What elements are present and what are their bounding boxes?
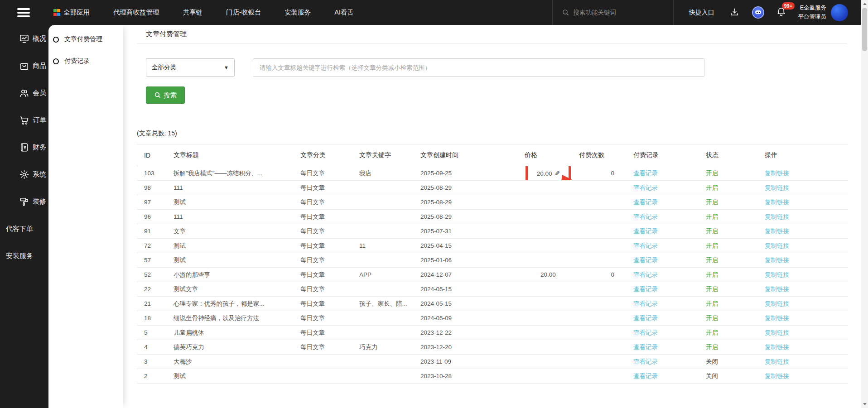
cell-keyword bbox=[352, 282, 413, 297]
sidebar-item-label: 概况 bbox=[33, 34, 46, 43]
view-record-link[interactable]: 查看记录 bbox=[633, 344, 658, 350]
search-button[interactable]: 搜索 bbox=[146, 86, 185, 104]
cell-pay-record: 查看记录 bbox=[626, 195, 699, 210]
nav-item-2[interactable]: 共享链 bbox=[183, 8, 203, 17]
copy-link-link[interactable]: 复制链接 bbox=[765, 373, 789, 379]
scrollbar-thumb[interactable] bbox=[862, 8, 867, 51]
copy-link-link[interactable]: 复制链接 bbox=[765, 344, 789, 350]
submenu-item-2[interactable]: 付费记录 bbox=[48, 50, 123, 72]
cell-pay-count bbox=[572, 181, 626, 195]
copy-link-link[interactable]: 复制链接 bbox=[765, 358, 789, 365]
status-badge[interactable]: 开启 bbox=[706, 286, 718, 293]
copy-link-link[interactable]: 复制链接 bbox=[765, 329, 789, 336]
cell-pay-count bbox=[572, 210, 626, 224]
view-record-link[interactable]: 查看记录 bbox=[633, 199, 658, 206]
cell-action: 复制链接 bbox=[757, 253, 848, 268]
status-badge[interactable]: 开启 bbox=[706, 199, 718, 206]
sidebar-item-label: 商品 bbox=[33, 62, 46, 70]
status-badge[interactable]: 开启 bbox=[706, 257, 718, 264]
sidebar-item-4[interactable]: 订单 bbox=[0, 106, 48, 134]
view-record-link[interactable]: 查看记录 bbox=[633, 170, 658, 177]
category-select[interactable]: 全部分类 ▼ bbox=[146, 58, 235, 77]
copy-link-link[interactable]: 复制链接 bbox=[765, 271, 789, 278]
sidebar-item-5[interactable]: 财务 bbox=[0, 134, 48, 161]
hamburger-menu-icon[interactable] bbox=[17, 8, 30, 17]
cell-created-time: 2025-01-06 bbox=[413, 253, 517, 268]
copy-link-link[interactable]: 复制链接 bbox=[765, 184, 789, 191]
copy-link-link[interactable]: 复制链接 bbox=[765, 199, 789, 206]
view-record-link[interactable]: 查看记录 bbox=[633, 329, 658, 336]
avatar[interactable] bbox=[831, 4, 848, 21]
scrollbar[interactable] bbox=[861, 0, 868, 408]
status-badge[interactable]: 开启 bbox=[706, 329, 718, 336]
cell-action: 复制链接 bbox=[757, 297, 848, 311]
sidebar-item-label: 系统 bbox=[33, 170, 46, 179]
notifications-bell[interactable]: 99+ bbox=[776, 6, 786, 19]
copy-link-link[interactable]: 复制链接 bbox=[765, 242, 789, 249]
user-info[interactable]: E企盈服务 平台管理员 bbox=[798, 4, 827, 21]
copy-link-link[interactable]: 复制链接 bbox=[765, 213, 789, 220]
status-badge[interactable]: 开启 bbox=[706, 344, 718, 350]
cell-pay-record: 查看记录 bbox=[626, 355, 699, 369]
sidebar-item-9[interactable]: 安装服务 bbox=[0, 242, 48, 269]
view-record-link[interactable]: 查看记录 bbox=[633, 184, 658, 191]
copy-link-link[interactable]: 复制链接 bbox=[765, 286, 789, 293]
table-row: 22测试文章每日文章2024-05-15查看记录开启复制链接 bbox=[137, 282, 848, 297]
view-record-link[interactable]: 查看记录 bbox=[633, 358, 658, 365]
navbar-search-placeholder: 搜索功能关键词 bbox=[574, 9, 617, 17]
cell-pay-count bbox=[572, 326, 626, 340]
sidebar-item-1[interactable]: 概况 bbox=[0, 25, 48, 52]
quick-entry-link[interactable]: 快捷入口 bbox=[689, 9, 714, 17]
copy-link-link[interactable]: 复制链接 bbox=[765, 228, 789, 235]
sidebar-item-8[interactable]: 代客下单 bbox=[0, 215, 48, 242]
view-record-link[interactable]: 查看记录 bbox=[633, 242, 658, 249]
submenu-item-1[interactable]: 文章付费管理 bbox=[48, 29, 123, 50]
view-record-link[interactable]: 查看记录 bbox=[633, 213, 658, 220]
status-badge[interactable]: 开启 bbox=[706, 184, 718, 191]
cell-title: 心理专家：优秀的孩子，都是家... bbox=[166, 297, 293, 311]
nav-item-4[interactable]: 安装服务 bbox=[285, 8, 311, 17]
copy-link-link[interactable]: 复制链接 bbox=[765, 170, 789, 177]
view-record-link[interactable]: 查看记录 bbox=[633, 300, 658, 307]
status-badge[interactable]: 开启 bbox=[706, 242, 718, 249]
nav-item-3[interactable]: 门店-收银台 bbox=[226, 8, 261, 17]
articles-table: ID文章标题文章分类文章关键字文章创建时间价格付费次数付费记录状态操作 103拆… bbox=[137, 144, 848, 384]
download-icon[interactable] bbox=[728, 6, 742, 19]
view-record-link[interactable]: 查看记录 bbox=[633, 315, 658, 322]
scrollbar-down-arrow[interactable] bbox=[861, 400, 868, 408]
status-badge[interactable]: 关闭 bbox=[706, 358, 718, 365]
view-record-link[interactable]: 查看记录 bbox=[633, 373, 658, 379]
ai-robot-icon[interactable] bbox=[752, 6, 765, 19]
copy-link-link[interactable]: 复制链接 bbox=[765, 300, 789, 307]
edit-price-icon[interactable]: ✎ bbox=[555, 170, 560, 177]
view-record-link[interactable]: 查看记录 bbox=[633, 257, 658, 264]
copy-link-link[interactable]: 复制链接 bbox=[765, 315, 789, 322]
copy-link-link[interactable]: 复制链接 bbox=[765, 257, 789, 264]
status-badge[interactable]: 开启 bbox=[706, 170, 718, 177]
status-badge[interactable]: 开启 bbox=[706, 228, 718, 235]
sidebar-item-3[interactable]: 会员 bbox=[0, 79, 48, 106]
navbar-search-input[interactable]: 搜索功能关键词 bbox=[552, 0, 674, 25]
status-badge[interactable]: 开启 bbox=[706, 213, 718, 220]
keyword-search-input[interactable] bbox=[253, 58, 704, 77]
cell-pay-count: 0 bbox=[572, 166, 626, 181]
status-badge[interactable]: 开启 bbox=[706, 300, 718, 307]
cell-pay-record: 查看记录 bbox=[626, 297, 699, 311]
status-badge[interactable]: 开启 bbox=[706, 271, 718, 278]
status-badge[interactable]: 开启 bbox=[706, 315, 718, 322]
status-badge[interactable]: 关闭 bbox=[706, 373, 718, 379]
sidebar-item-2[interactable]: 商品 bbox=[0, 52, 48, 79]
sidebar-item-7[interactable]: 装修 bbox=[0, 188, 48, 215]
nav-item-1[interactable]: 代理商收益管理 bbox=[113, 8, 159, 17]
sidebar-item-6[interactable]: 系统 bbox=[0, 161, 48, 188]
table-row: 97测试每日文章2025-08-29查看记录开启复制链接 bbox=[137, 195, 848, 210]
nav-item-all-apps[interactable]: 全部应用 bbox=[53, 8, 90, 17]
view-record-link[interactable]: 查看记录 bbox=[633, 228, 658, 235]
view-record-link[interactable]: 查看记录 bbox=[633, 286, 658, 293]
cell-action: 复制链接 bbox=[757, 195, 848, 210]
nav-item-5[interactable]: AI看舌 bbox=[334, 8, 354, 17]
cell-price bbox=[517, 224, 572, 239]
view-record-link[interactable]: 查看记录 bbox=[633, 271, 658, 278]
scrollbar-up-arrow[interactable] bbox=[861, 0, 868, 8]
submenu-item-label: 文章付费管理 bbox=[64, 35, 102, 43]
